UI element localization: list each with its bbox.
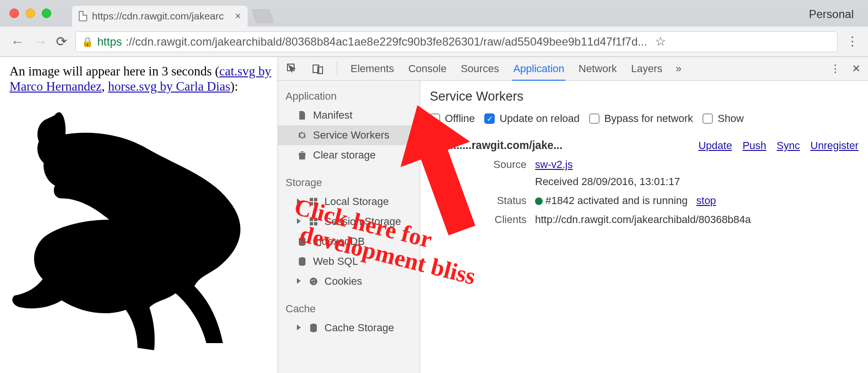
sidebar-item-cookies[interactable]: Cookies <box>278 271 420 291</box>
separator <box>337 62 337 76</box>
back-button[interactable]: ← <box>10 34 25 50</box>
svg-point-14 <box>312 280 313 281</box>
label-status: Status <box>489 195 526 207</box>
trash-icon <box>297 150 307 160</box>
checkbox-icon <box>430 113 440 124</box>
sidebar-group-cache: Cache <box>278 300 420 318</box>
link-horse-svg[interactable]: horse.svg by Carla Dias <box>108 79 231 93</box>
expand-icon <box>297 278 301 284</box>
page-text-sep: , <box>102 79 108 93</box>
sidebar-item-label: Clear storage <box>313 149 376 161</box>
new-tab-button[interactable] <box>251 9 275 23</box>
panel-checkboxes: Offline ✓ Update on reload Bypass for ne… <box>430 112 859 125</box>
svg-point-15 <box>314 280 315 280</box>
svg-rect-5 <box>310 202 313 205</box>
profile-label[interactable]: Personal <box>809 8 854 21</box>
sidebar-item-service-workers[interactable]: Service Workers <box>278 125 420 145</box>
lock-icon: 🔒 <box>82 36 93 47</box>
grid-icon <box>308 196 319 207</box>
reload-button[interactable]: ⟳ <box>56 34 67 49</box>
url-path: ://cdn.rawgit.com/jakearchibald/80368b84… <box>126 35 647 48</box>
inspect-element-icon[interactable] <box>286 63 299 75</box>
minimize-window-button[interactable] <box>26 9 35 18</box>
status-text: #1842 activated and is running <box>545 195 688 206</box>
application-sidebar: Application Manifest Service Workers Cle… <box>278 81 420 373</box>
link-stop[interactable]: stop <box>696 195 716 206</box>
device-toolbar-icon[interactable] <box>311 63 324 75</box>
link-unregister[interactable]: Unregister <box>811 140 859 152</box>
sidebar-item-manifest[interactable]: Manifest <box>278 105 420 125</box>
status-value: #1842 activated and is running stop <box>535 195 716 207</box>
check-offline[interactable]: Offline <box>430 112 475 125</box>
sidebar-item-cache-storage[interactable]: Cache Storage <box>278 318 420 338</box>
clients-text: http://cdn.rawgit.com/jakearchibald/8036… <box>535 214 751 226</box>
cookie-icon <box>308 276 319 287</box>
tab-application[interactable]: Application <box>512 63 565 81</box>
gear-icon <box>297 130 307 140</box>
sidebar-item-session-storage[interactable]: Session Storage <box>278 212 420 232</box>
link-source-file[interactable]: sw-v2.js <box>535 159 573 170</box>
link-sync[interactable]: Sync <box>777 140 800 152</box>
browser-tab[interactable]: https://cdn.rawgit.com/jakearc × <box>72 6 248 27</box>
bookmark-star-icon[interactable]: ☆ <box>655 34 666 49</box>
check-label: Update on reload <box>499 112 580 125</box>
check-update-on-reload[interactable]: ✓ Update on reload <box>484 112 580 125</box>
browser-menu-icon[interactable]: ⋮ <box>846 34 859 49</box>
sidebar-item-clear-storage[interactable]: Clear storage <box>278 145 420 165</box>
sidebar-item-label: Service Workers <box>313 129 389 141</box>
tab-sources[interactable]: Sources <box>460 63 500 75</box>
sidebar-item-label: Session Storage <box>324 215 401 228</box>
sidebar-item-websql[interactable]: Web SQL <box>278 252 420 271</box>
close-window-button[interactable] <box>9 9 19 18</box>
page-text: An image will appear here in 3 seconds (… <box>9 64 275 94</box>
sw-origin: http.......rawgit.com/jake... <box>430 139 563 152</box>
svg-rect-6 <box>314 202 317 205</box>
browser-tabstrip: https://cdn.rawgit.com/jakearc × Persona… <box>0 0 868 27</box>
page-text-post: ): <box>231 79 239 93</box>
link-push[interactable]: Push <box>742 140 766 152</box>
check-label: Bypass for network <box>604 112 693 125</box>
close-tab-icon[interactable]: × <box>235 10 241 22</box>
address-bar[interactable]: 🔒 https://cdn.rawgit.com/jakearchibald/8… <box>75 31 838 52</box>
sidebar-item-indexeddb[interactable]: IndexedDB <box>278 232 420 252</box>
database-icon <box>308 323 319 333</box>
label-clients: Clients <box>489 214 526 226</box>
database-icon <box>297 236 307 247</box>
status-dot-icon <box>535 197 543 205</box>
sidebar-item-label: Cookies <box>324 275 362 288</box>
expand-icon <box>297 325 301 330</box>
svg-rect-4 <box>314 198 317 201</box>
devtools-close-icon[interactable]: ✕ <box>852 63 860 75</box>
sidebar-group-storage: Storage <box>278 174 420 192</box>
devtools: Elements Console Sources Application Net… <box>277 57 868 373</box>
tab-elements[interactable]: Elements <box>350 63 395 75</box>
page-text-pre: An image will appear here in 3 seconds ( <box>9 64 219 78</box>
check-show[interactable]: Show <box>702 112 744 125</box>
checkbox-icon <box>589 113 600 124</box>
fullscreen-window-button[interactable] <box>42 9 51 18</box>
check-bypass-network[interactable]: Bypass for network <box>589 112 693 125</box>
checkbox-checked-icon: ✓ <box>484 113 495 124</box>
svg-rect-3 <box>310 198 313 201</box>
devtools-menu-icon[interactable]: ⋮ <box>830 63 840 75</box>
page-favicon <box>79 11 87 21</box>
panel-title: Service Workers <box>430 89 859 104</box>
expand-icon <box>297 218 301 224</box>
sidebar-item-label: Web SQL <box>313 255 358 268</box>
tab-console[interactable]: Console <box>407 63 448 75</box>
horse-image <box>9 96 275 356</box>
link-update[interactable]: Update <box>698 140 732 152</box>
forward-button[interactable]: → <box>33 34 47 50</box>
tabs-overflow-icon[interactable]: » <box>676 63 682 75</box>
tab-network[interactable]: Network <box>578 63 618 75</box>
svg-point-13 <box>310 278 317 285</box>
check-label: Offline <box>445 112 475 125</box>
svg-point-16 <box>314 282 315 284</box>
check-label: Show <box>718 112 744 125</box>
database-icon <box>297 256 307 267</box>
tab-layers[interactable]: Layers <box>630 63 663 75</box>
sidebar-item-local-storage[interactable]: Local Storage <box>278 192 420 212</box>
tab-title: https://cdn.rawgit.com/jakearc <box>92 10 224 22</box>
devtools-tabbar: Elements Console Sources Application Net… <box>278 57 868 81</box>
svg-rect-7 <box>310 218 313 221</box>
